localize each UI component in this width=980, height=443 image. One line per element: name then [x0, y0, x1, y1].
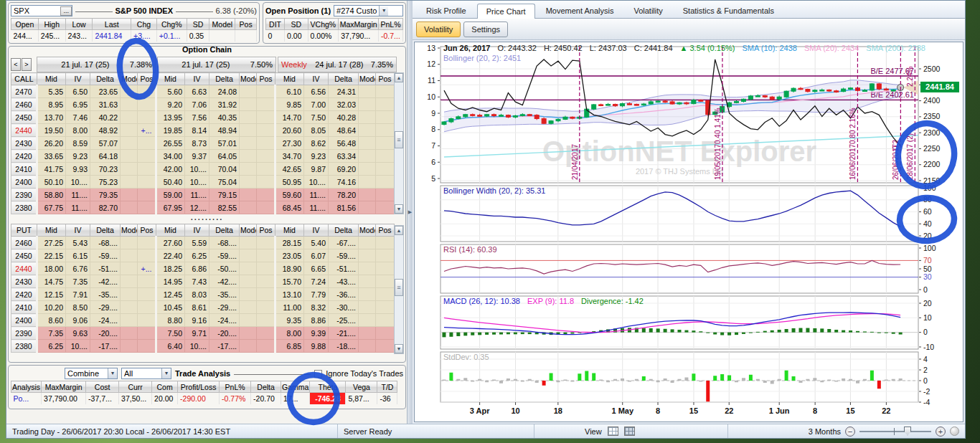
- option-cell[interactable]: [240, 275, 257, 288]
- strike-cell[interactable]: 2470: [11, 85, 37, 98]
- option-cell[interactable]: -20....: [90, 327, 121, 340]
- option-cell[interactable]: 9.87: [304, 163, 329, 176]
- option-cell[interactable]: 70.04: [209, 163, 240, 176]
- option-cell[interactable]: [257, 189, 275, 201]
- option-cell[interactable]: [257, 249, 275, 262]
- option-cell[interactable]: [121, 111, 138, 124]
- option-cell[interactable]: 33.65: [37, 150, 66, 163]
- option-cell[interactable]: [376, 98, 395, 111]
- range-slider[interactable]: [859, 427, 931, 437]
- option-cell[interactable]: 8.50: [66, 301, 90, 314]
- option-cell[interactable]: 50.10: [37, 176, 66, 189]
- option-cell[interactable]: 5.59: [185, 237, 209, 249]
- option-cell[interactable]: 9.71: [185, 327, 209, 340]
- option-cell[interactable]: [121, 301, 138, 314]
- option-cell[interactable]: 12....: [185, 201, 209, 214]
- option-cell[interactable]: 69.20: [329, 163, 359, 176]
- option-cell[interactable]: [359, 189, 376, 201]
- option-cell[interactable]: 14.70: [275, 111, 304, 124]
- option-cell[interactable]: 75.04: [209, 176, 240, 189]
- option-cell[interactable]: 19.50: [37, 124, 66, 137]
- option-cell[interactable]: 8.14: [185, 124, 209, 137]
- option-cell[interactable]: 40.35: [209, 111, 240, 124]
- zoom-out-button[interactable]: −: [845, 427, 855, 437]
- option-cell[interactable]: 15.70: [275, 275, 304, 288]
- option-cell[interactable]: [359, 301, 376, 314]
- option-cell[interactable]: 57.01: [209, 137, 240, 150]
- option-cell[interactable]: 5.43: [66, 237, 90, 249]
- option-cell[interactable]: 10....: [66, 176, 90, 189]
- option-cell[interactable]: 8.03: [185, 288, 209, 301]
- strike-cell[interactable]: 2450: [11, 249, 37, 262]
- option-cell[interactable]: [376, 137, 395, 150]
- option-cell[interactable]: -29....: [90, 301, 121, 314]
- option-cell[interactable]: [121, 327, 138, 340]
- symbol-more-button[interactable]: ...: [60, 6, 72, 16]
- option-cell[interactable]: [121, 124, 138, 137]
- option-cell[interactable]: [138, 150, 156, 163]
- option-cell[interactable]: 41.75: [37, 163, 66, 176]
- option-cell[interactable]: 48.92: [90, 124, 121, 137]
- option-cell[interactable]: [240, 237, 257, 249]
- option-cell[interactable]: 11....: [304, 189, 329, 201]
- option-cell[interactable]: 10....: [185, 340, 209, 353]
- option-cell[interactable]: 11.00: [275, 301, 304, 314]
- option-cell[interactable]: 7.50: [304, 111, 329, 124]
- option-cell[interactable]: 9.23: [66, 150, 90, 163]
- option-cell[interactable]: 7.56: [185, 111, 209, 124]
- option-cell[interactable]: [121, 176, 138, 189]
- option-cell[interactable]: -36....: [329, 288, 359, 301]
- option-cell[interactable]: 26.20: [37, 137, 66, 150]
- option-cell[interactable]: 10....: [185, 176, 209, 189]
- option-cell[interactable]: 40.28: [329, 111, 359, 124]
- option-cell[interactable]: 9.93: [66, 163, 90, 176]
- option-cell[interactable]: 8.05: [304, 124, 329, 137]
- option-cell[interactable]: 9.37: [185, 150, 209, 163]
- option-cell[interactable]: 11....: [66, 201, 90, 214]
- option-cell[interactable]: 10.20: [37, 301, 66, 314]
- option-cell[interactable]: -42....: [90, 275, 121, 288]
- option-cell[interactable]: [138, 85, 156, 98]
- option-cell[interactable]: -68....: [209, 237, 240, 249]
- option-cell[interactable]: 64.18: [90, 150, 121, 163]
- symbol-select[interactable]: SPX ...: [11, 5, 72, 16]
- option-cell[interactable]: 32.03: [329, 98, 359, 111]
- option-cell[interactable]: [359, 201, 376, 214]
- tab-risk-profile[interactable]: Risk Profile: [417, 3, 476, 18]
- option-cell[interactable]: [359, 98, 376, 111]
- strike-cell[interactable]: 2460: [11, 237, 37, 249]
- option-cell[interactable]: 9.06: [66, 314, 90, 327]
- option-cell[interactable]: 6.25: [185, 249, 209, 262]
- option-cell[interactable]: [240, 301, 257, 314]
- option-cell[interactable]: [121, 340, 138, 353]
- tab-price-chart[interactable]: Price Chart: [477, 4, 535, 19]
- option-cell[interactable]: [376, 189, 395, 201]
- option-cell[interactable]: [240, 288, 257, 301]
- settings-button[interactable]: Settings: [463, 22, 508, 37]
- option-cell[interactable]: [138, 288, 156, 301]
- option-cell[interactable]: 8.80: [156, 314, 185, 327]
- option-cell[interactable]: [240, 98, 257, 111]
- option-cell[interactable]: 79.15: [209, 189, 240, 201]
- grid-view-icon[interactable]: [608, 427, 618, 436]
- strike-cell[interactable]: 2380: [11, 340, 37, 353]
- option-cell[interactable]: 8.86: [304, 314, 329, 327]
- option-cell[interactable]: 12.15: [37, 288, 66, 301]
- option-cell[interactable]: [240, 176, 257, 189]
- strike-cell[interactable]: 2390: [11, 189, 37, 201]
- option-cell[interactable]: -43....: [329, 275, 359, 288]
- option-cell[interactable]: 7.00: [304, 98, 329, 111]
- option-cell[interactable]: [138, 98, 156, 111]
- option-cell[interactable]: 19.85: [156, 124, 185, 137]
- option-cell[interactable]: [257, 275, 275, 288]
- option-cell[interactable]: 7.06: [185, 98, 209, 111]
- option-cell[interactable]: [121, 137, 138, 150]
- option-cell[interactable]: 78.20: [329, 189, 359, 201]
- option-cell[interactable]: [376, 201, 395, 214]
- option-cell[interactable]: [138, 111, 156, 124]
- option-cell[interactable]: [138, 249, 156, 262]
- strike-cell[interactable]: 2440: [11, 124, 37, 137]
- option-cell[interactable]: 24.31: [329, 85, 359, 98]
- option-cell[interactable]: [359, 314, 376, 327]
- expiry-header-1[interactable]: 21 jul. 17 (25)7.50%: [157, 57, 276, 72]
